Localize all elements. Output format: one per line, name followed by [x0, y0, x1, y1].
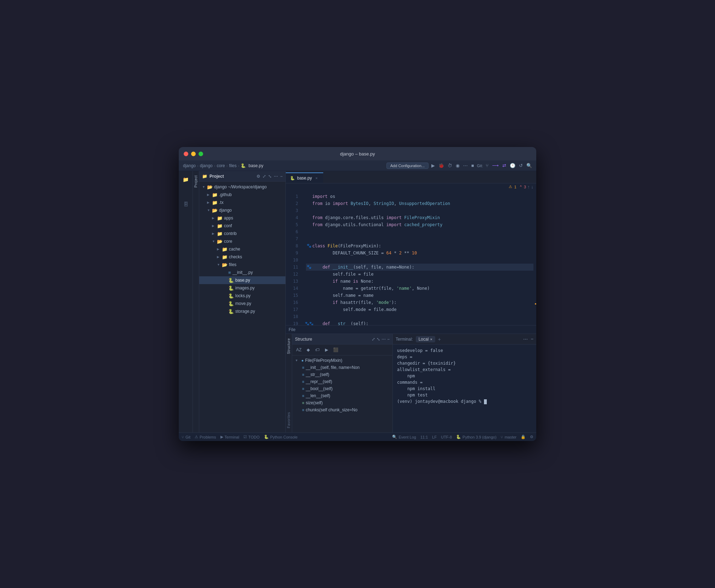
statusbar-python-console[interactable]: 🐍 Python Console	[264, 435, 298, 439]
python-icon-init: ≡	[228, 270, 231, 275]
minimize-button[interactable]	[191, 152, 196, 156]
close-button[interactable]	[184, 152, 188, 156]
line-gutter-18	[306, 313, 312, 320]
terminal-content[interactable]: usedevelop = false deps = changedir = {t…	[393, 345, 536, 433]
statusbar-git[interactable]: ⑂ Git	[182, 435, 190, 439]
breadcrumb-files[interactable]: files	[229, 163, 236, 168]
statusbar-terminal-label: Terminal	[225, 435, 240, 439]
terminal-add-button[interactable]: +	[438, 336, 441, 342]
git-fetch-icon[interactable]: ⇄	[502, 163, 506, 168]
statusbar-lock[interactable]: 🔒	[521, 435, 526, 439]
tree-item-checks[interactable]: ▶ 📁 checks	[199, 253, 285, 261]
sidebar-icon-project[interactable]: 📁	[180, 174, 191, 185]
more-icon[interactable]: ⋯	[274, 174, 278, 179]
struct-item-size[interactable]: ≡ size(self)	[292, 399, 392, 406]
statusbar-position[interactable]: 11:1	[420, 435, 428, 439]
statusbar-settings[interactable]: ⚙	[530, 435, 533, 439]
struct-item-repr[interactable]: ≡ __repr__(self)	[292, 378, 392, 385]
statusbar-event-log[interactable]: 🔍 Event Log	[392, 435, 416, 439]
struct-item-bool[interactable]: ≡ __bool__(self)	[292, 385, 392, 392]
more-run-icon[interactable]: ⋯	[463, 163, 468, 168]
az-sort-button[interactable]: AZ	[295, 346, 303, 354]
struct-item-init[interactable]: ≡ __init__(self, file, name=Non	[292, 364, 392, 371]
project-panel-header: 📁 Project ⚙ ⤢ ⤡ ⋯ −	[199, 171, 285, 182]
git-push-icon[interactable]: ⟶	[492, 163, 499, 168]
close-icon[interactable]: −	[387, 337, 390, 342]
settings-icon[interactable]: ⚙	[256, 174, 260, 179]
git-history-icon[interactable]: 🕐	[510, 163, 515, 168]
tree-item-cache[interactable]: ▶ 📁 cache	[199, 245, 285, 253]
tree-item-apps[interactable]: ▶ 📁 apps	[199, 214, 285, 222]
code-line-17: self.mode = file.mode	[306, 306, 533, 313]
collapse-icon[interactable]: ⤡	[377, 337, 380, 342]
struct-item-chunks[interactable]: ≡ chunks(self chunk_size=No	[292, 406, 392, 413]
stop-icon[interactable]: ■	[471, 163, 474, 168]
terminal-tab-close[interactable]: ×	[430, 337, 432, 341]
tree-item-conf[interactable]: ▶ 📁 conf	[199, 222, 285, 230]
tree-item-movepy[interactable]: 🐍 move.py	[199, 300, 285, 307]
breadcrumb-django2[interactable]: django	[200, 163, 213, 168]
statusbar-todo[interactable]: ☑ TODO	[243, 435, 260, 439]
run-icon[interactable]: ▶	[431, 163, 435, 168]
struct-item-str[interactable]: ≡ __str__(self)	[292, 371, 392, 378]
debug-icon[interactable]: 🐞	[438, 163, 444, 168]
tree-item-tx[interactable]: ▶ 📁 .tx	[199, 199, 285, 206]
tree-item-init[interactable]: ≡ __init__.py	[199, 269, 285, 276]
statusbar-terminal[interactable]: ▶ Terminal	[220, 435, 240, 439]
tree-item-files[interactable]: ▼ 📂 files	[199, 261, 285, 269]
code-content[interactable]: import os from io import BytesIO, String…	[302, 190, 533, 325]
sidebar-icon-database[interactable]: 🗄	[180, 199, 191, 210]
diamond-icon[interactable]: ◆	[304, 346, 312, 354]
line-gutter-7	[306, 235, 312, 242]
tree-item-github[interactable]: ▶ 📁 .github	[199, 191, 285, 199]
vertical-tab-project[interactable]: Project	[193, 171, 199, 192]
collapse-icon[interactable]: ⤡	[268, 174, 272, 179]
struct-method-icon-2: ≡	[302, 372, 304, 377]
git-branch-icon[interactable]: ⑂	[486, 163, 489, 168]
breadcrumb-basepy[interactable]: 🐍 base.py	[241, 163, 263, 168]
statusbar-problems[interactable]: ⚠ Problems	[195, 435, 216, 439]
expand-icon[interactable]: ⤢	[372, 337, 375, 342]
search-icon[interactable]: 🔍	[526, 163, 532, 168]
terminal-more-icon[interactable]: ⋯	[523, 336, 528, 342]
statusbar-python-version[interactable]: 🐍 Python 3.9 (django)	[456, 435, 496, 439]
minus-icon[interactable]: −	[280, 174, 283, 179]
code-icon[interactable]: ▶	[323, 346, 330, 354]
maximize-button[interactable]	[199, 152, 203, 156]
structure-panel: Structure ⤢ ⤡ ⋯ − AZ ◆ 🏷	[292, 334, 393, 433]
tree-item-basepy[interactable]: 🐍 base.py	[199, 276, 285, 284]
more-icon[interactable]: ⋯	[382, 337, 386, 342]
statusbar-encoding[interactable]: UTF-8	[441, 435, 452, 439]
vertical-tab-structure[interactable]: Structure	[286, 334, 292, 358]
git-revert-icon[interactable]: ↺	[519, 163, 523, 168]
editor-tab-basepy[interactable]: 🐍 base.py ×	[286, 172, 323, 183]
breadcrumb-core[interactable]: core	[217, 163, 225, 168]
tag-icon[interactable]: 🏷	[313, 346, 321, 354]
tree-item-storagepy[interactable]: 🐍 storage.py	[199, 307, 285, 315]
tree-item-lockspy[interactable]: 🐍 locks.py	[199, 292, 285, 300]
coverage-icon[interactable]: ◉	[456, 163, 460, 168]
expand-icon[interactable]: ⤢	[262, 174, 266, 179]
struct-item-len[interactable]: ≡ __len__(self)	[292, 392, 392, 399]
statusbar-git-branch[interactable]: ⑂ master	[501, 435, 516, 439]
tree-item-core[interactable]: ▼ 📂 core	[199, 237, 285, 245]
profile-icon[interactable]: ⏱	[448, 163, 452, 168]
nav-up-icon[interactable]: ↑	[527, 184, 530, 189]
breadcrumb-django[interactable]: django	[183, 163, 196, 168]
add-config-button[interactable]: Add Configuration...	[386, 163, 429, 169]
tree-item-contrib[interactable]: ▶ 📁 contrib	[199, 230, 285, 237]
struct-method-icon-5: ≡	[302, 394, 304, 398]
vertical-tab-favorites[interactable]: Favorites	[286, 408, 292, 433]
tree-item-imagespy[interactable]: 🐍 images.py	[199, 284, 285, 292]
tab-close-button[interactable]: ×	[314, 176, 319, 181]
terminal-minimize-icon[interactable]: −	[531, 336, 533, 342]
inherit-icon[interactable]: ⬛	[332, 346, 339, 354]
terminal-tab-local[interactable]: Local ×	[416, 336, 435, 342]
statusbar-lf[interactable]: LF	[432, 435, 437, 439]
structure-header: Structure ⤢ ⤡ ⋯ −	[292, 334, 392, 345]
file-tree: ▼ 📂 django ~/Workspace/django ▶ 📁 .githu…	[199, 182, 285, 433]
struct-item-class[interactable]: ▼ ● File(FileProxyMixin)	[292, 357, 392, 364]
tree-root[interactable]: ▼ 📂 django ~/Workspace/django	[199, 183, 285, 191]
nav-down-icon[interactable]: ↓	[531, 184, 534, 189]
tree-item-django[interactable]: ▼ 📂 django	[199, 206, 285, 214]
